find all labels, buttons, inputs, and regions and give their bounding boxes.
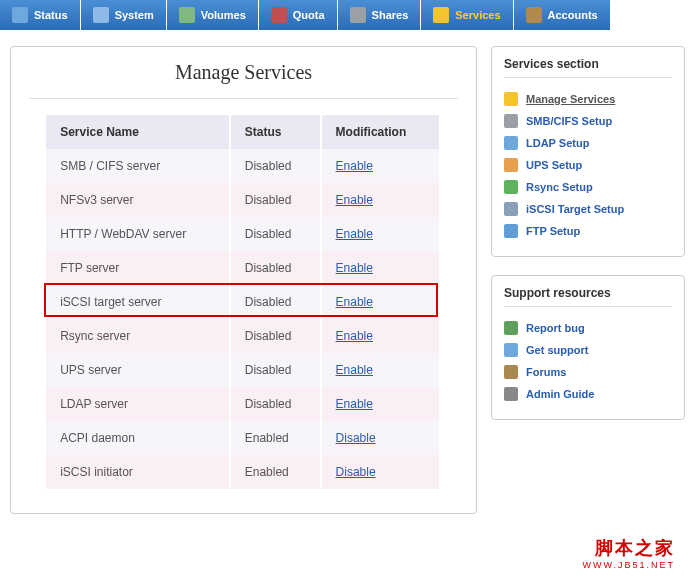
- status-icon: [12, 7, 28, 23]
- tab-label: Accounts: [548, 9, 598, 21]
- service-status-cell: Enabled: [230, 421, 321, 455]
- sidebar: Services section Manage ServicesSMB/CIFS…: [491, 46, 685, 420]
- enable-link[interactable]: Enable: [336, 261, 373, 275]
- sidebar-support-icon: [504, 387, 518, 401]
- sidebar-services-link[interactable]: LDAP Setup: [526, 137, 589, 149]
- enable-link[interactable]: Enable: [336, 227, 373, 241]
- services-table: Service Name Status Modification SMB / C…: [46, 115, 441, 489]
- enable-link[interactable]: Enable: [336, 193, 373, 207]
- sidebar-support-item[interactable]: Report bug: [504, 317, 672, 339]
- services-icon: [433, 7, 449, 23]
- service-name-cell: SMB / CIFS server: [46, 149, 230, 183]
- sidebar-services-item[interactable]: Manage Services: [504, 88, 672, 110]
- sidebar-services-item[interactable]: UPS Setup: [504, 154, 672, 176]
- sidebar-services-item[interactable]: iSCSI Target Setup: [504, 198, 672, 220]
- tab-quota[interactable]: Quota: [259, 0, 338, 30]
- service-action-cell: Enable: [321, 217, 440, 251]
- tab-label: Quota: [293, 9, 325, 21]
- page-title: Manage Services: [29, 61, 458, 99]
- sidebar-support-icon: [504, 321, 518, 335]
- service-name-cell: iSCSI initiator: [46, 455, 230, 489]
- table-row: iSCSI target serverDisabledEnable: [46, 285, 440, 319]
- enable-link[interactable]: Enable: [336, 295, 373, 309]
- sidebar-services-icon: [504, 92, 518, 106]
- sidebar-services-link[interactable]: FTP Setup: [526, 225, 580, 237]
- sidebar-services-item[interactable]: FTP Setup: [504, 220, 672, 242]
- service-status-cell: Disabled: [230, 251, 321, 285]
- service-name-cell: ACPI daemon: [46, 421, 230, 455]
- sidebar-support-link[interactable]: Forums: [526, 366, 566, 378]
- col-modification: Modification: [321, 115, 440, 149]
- tab-accounts[interactable]: Accounts: [514, 0, 611, 30]
- service-action-cell: Disable: [321, 421, 440, 455]
- quota-icon: [271, 7, 287, 23]
- page-layout: Manage Services Service Name Status Modi…: [0, 30, 695, 554]
- col-status: Status: [230, 115, 321, 149]
- sidebar-services-icon: [504, 180, 518, 194]
- enable-link[interactable]: Enable: [336, 159, 373, 173]
- sidebar-support-item[interactable]: Forums: [504, 361, 672, 383]
- enable-link[interactable]: Enable: [336, 397, 373, 411]
- table-row: Rsync serverDisabledEnable: [46, 319, 440, 353]
- shares-icon: [350, 7, 366, 23]
- tab-volumes[interactable]: Volumes: [167, 0, 259, 30]
- sidebar-support-item[interactable]: Get support: [504, 339, 672, 361]
- sidebar-support-icon: [504, 343, 518, 357]
- disable-link[interactable]: Disable: [336, 431, 376, 445]
- sidebar-services-icon: [504, 202, 518, 216]
- enable-link[interactable]: Enable: [336, 363, 373, 377]
- tab-system[interactable]: System: [81, 0, 167, 30]
- services-table-wrap: Service Name Status Modification SMB / C…: [29, 115, 458, 489]
- sidebar-services-link[interactable]: UPS Setup: [526, 159, 582, 171]
- table-row: HTTP / WebDAV serverDisabledEnable: [46, 217, 440, 251]
- sidebar-services-item[interactable]: SMB/CIFS Setup: [504, 110, 672, 132]
- tab-services[interactable]: Services: [421, 0, 513, 30]
- service-status-cell: Disabled: [230, 217, 321, 251]
- sidebar-services-icon: [504, 136, 518, 150]
- table-row: SMB / CIFS serverDisabledEnable: [46, 149, 440, 183]
- disable-link[interactable]: Disable: [336, 465, 376, 479]
- service-action-cell: Enable: [321, 353, 440, 387]
- service-action-cell: Enable: [321, 319, 440, 353]
- tab-status[interactable]: Status: [0, 0, 81, 30]
- service-action-cell: Enable: [321, 149, 440, 183]
- sidebar-services-item[interactable]: Rsync Setup: [504, 176, 672, 198]
- table-row: ACPI daemonEnabledDisable: [46, 421, 440, 455]
- tab-label: System: [115, 9, 154, 21]
- sidebar-services-link[interactable]: Rsync Setup: [526, 181, 593, 193]
- tab-label: Status: [34, 9, 68, 21]
- service-name-cell: HTTP / WebDAV server: [46, 217, 230, 251]
- service-name-cell: NFSv3 server: [46, 183, 230, 217]
- services-section-panel: Services section Manage ServicesSMB/CIFS…: [491, 46, 685, 257]
- sidebar-services-link[interactable]: SMB/CIFS Setup: [526, 115, 612, 127]
- service-status-cell: Disabled: [230, 353, 321, 387]
- sidebar-support-item[interactable]: Admin Guide: [504, 383, 672, 405]
- service-status-cell: Enabled: [230, 455, 321, 489]
- sidebar-services-item[interactable]: LDAP Setup: [504, 132, 672, 154]
- sidebar-services-icon: [504, 158, 518, 172]
- sidebar-services-link[interactable]: Manage Services: [526, 93, 615, 105]
- services-section-title: Services section: [504, 57, 672, 78]
- table-row: UPS serverDisabledEnable: [46, 353, 440, 387]
- service-action-cell: Disable: [321, 455, 440, 489]
- tab-label: Shares: [372, 9, 409, 21]
- tab-label: Volumes: [201, 9, 246, 21]
- table-row: iSCSI initiatorEnabledDisable: [46, 455, 440, 489]
- enable-link[interactable]: Enable: [336, 329, 373, 343]
- support-resources-panel: Support resources Report bugGet supportF…: [491, 275, 685, 420]
- sidebar-services-link[interactable]: iSCSI Target Setup: [526, 203, 624, 215]
- support-resources-title: Support resources: [504, 286, 672, 307]
- sidebar-support-link[interactable]: Admin Guide: [526, 388, 594, 400]
- tab-shares[interactable]: Shares: [338, 0, 422, 30]
- service-action-cell: Enable: [321, 183, 440, 217]
- table-row: FTP serverDisabledEnable: [46, 251, 440, 285]
- sidebar-support-link[interactable]: Get support: [526, 344, 588, 356]
- sidebar-support-link[interactable]: Report bug: [526, 322, 585, 334]
- table-row: LDAP serverDisabledEnable: [46, 387, 440, 421]
- service-name-cell: LDAP server: [46, 387, 230, 421]
- table-row: NFSv3 serverDisabledEnable: [46, 183, 440, 217]
- sidebar-services-icon: [504, 114, 518, 128]
- service-name-cell: Rsync server: [46, 319, 230, 353]
- service-name-cell: iSCSI target server: [46, 285, 230, 319]
- service-action-cell: Enable: [321, 251, 440, 285]
